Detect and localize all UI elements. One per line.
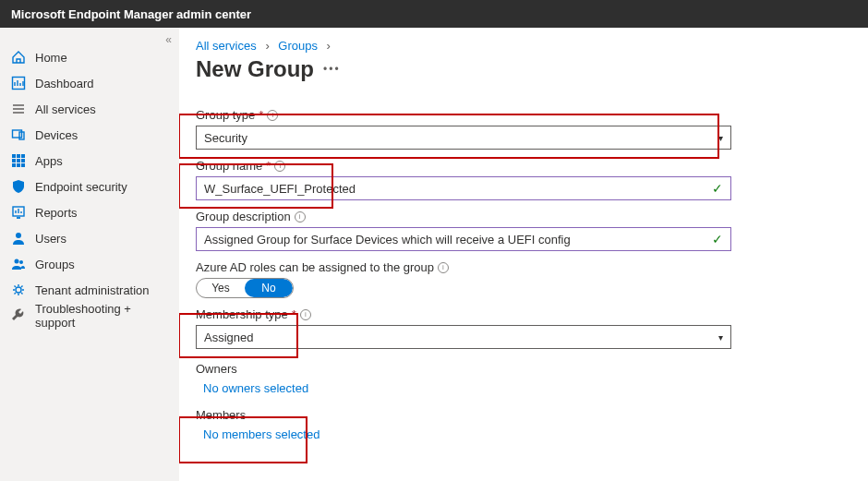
membership-type-select[interactable]: Assigned ▾ [196,325,731,349]
group-name-input[interactable]: W_Surface_UEFI_Protected ✓ [196,176,731,200]
nav-label: Users [35,232,66,246]
nav-label: Reports [35,206,78,220]
svg-rect-11 [21,163,25,167]
info-icon[interactable]: i [438,262,449,273]
members-heading: Members [196,408,731,422]
breadcrumb-groups[interactable]: Groups [278,39,318,53]
toggle-yes[interactable]: Yes [197,279,245,297]
svg-rect-5 [21,154,25,158]
group-desc-label: Group description i [196,210,731,223]
chevron-down-icon: ▾ [718,133,723,143]
chevron-right-icon: › [265,39,269,53]
nav-label: Devices [35,128,78,142]
more-actions-icon[interactable]: ••• [323,63,341,76]
membership-value: Assigned [204,331,253,344]
svg-point-13 [16,233,21,238]
nav-users[interactable]: Users [0,225,179,251]
svg-point-14 [15,259,19,264]
new-group-form: Group type * i Security ▾ Group name * i… [196,108,731,441]
owners-heading: Owners [196,362,731,376]
dashboard-icon [11,76,26,90]
info-icon[interactable]: i [295,211,306,222]
nav-groups[interactable]: Groups [0,251,179,277]
nav-label: Home [35,51,67,65]
nav-label: Tenant administration [35,283,150,297]
info-icon[interactable]: i [300,309,311,320]
check-icon: ✓ [712,181,723,196]
collapse-sidebar-icon[interactable]: « [165,33,172,46]
svg-rect-4 [17,154,20,158]
svg-rect-1 [13,130,22,138]
svg-rect-10 [17,163,20,167]
breadcrumb-all-services[interactable]: All services [196,39,257,53]
group-name-label: Group name * i [196,159,731,173]
group-desc-input[interactable]: Assigned Group for Surface Devices which… [196,227,731,251]
nav-tenant-admin[interactable]: Tenant administration [0,277,179,303]
svg-rect-8 [21,159,25,162]
page-title: New Group [196,56,314,82]
app-title: Microsoft Endpoint Manager admin center [11,7,251,21]
title-bar: Microsoft Endpoint Manager admin center [0,0,868,28]
nav-label: Apps [35,154,63,168]
svg-point-15 [19,260,23,264]
required-icon: * [292,307,296,321]
breadcrumb: All services › Groups › [196,39,851,53]
nav-reports[interactable]: Reports [0,199,179,225]
owners-link[interactable]: No owners selected [196,381,731,395]
sidebar: « Home Dashboard All services Devices Ap… [0,28,179,481]
chevron-right-icon: › [327,39,331,53]
apps-icon [11,153,26,168]
shield-icon [11,179,26,194]
main-content: All services › Groups › New Group ••• Gr… [179,28,868,481]
membership-type-label: Membership type * i [196,307,731,321]
nav-label: Dashboard [35,77,94,90]
list-icon [11,102,26,116]
svg-rect-7 [17,159,20,162]
nav-troubleshooting[interactable]: Troubleshooting + support [0,303,179,329]
required-icon: * [266,159,271,173]
svg-point-16 [16,287,21,293]
wrench-icon [11,308,26,323]
group-name-value: W_Surface_UEFI_Protected [204,182,356,196]
toggle-no[interactable]: No [245,279,293,297]
required-icon: * [259,108,263,122]
nav-devices[interactable]: Devices [0,122,179,148]
nav-apps[interactable]: Apps [0,148,179,174]
nav-label: All services [35,102,96,116]
tenant-icon [11,283,26,297]
group-desc-value: Assigned Group for Surface Devices which… [204,233,571,247]
nav-dashboard[interactable]: Dashboard [0,70,179,96]
nav-endpoint-security[interactable]: Endpoint security [0,174,179,199]
chevron-down-icon: ▾ [718,332,723,343]
group-type-value: Security [204,131,247,145]
nav-label: Groups [35,258,75,271]
info-icon[interactable]: i [274,161,285,172]
home-icon [11,50,26,65]
svg-rect-6 [12,159,16,162]
nav-home[interactable]: Home [0,44,179,70]
members-link[interactable]: No members selected [196,427,731,441]
azure-roles-label: Azure AD roles can be assigned to the gr… [196,260,731,274]
nav-label: Endpoint security [35,180,127,194]
user-icon [11,231,26,246]
devices-icon [11,127,26,142]
groups-icon [11,257,26,271]
nav-all-services[interactable]: All services [0,96,179,122]
nav-label: Troubleshooting + support [35,302,168,330]
svg-rect-3 [12,154,16,158]
reports-icon [11,205,26,220]
info-icon[interactable]: i [267,110,278,121]
group-type-select[interactable]: Security ▾ [196,126,731,150]
svg-rect-9 [12,163,16,167]
group-type-label: Group type * i [196,108,731,122]
check-icon: ✓ [712,232,723,247]
azure-roles-toggle[interactable]: Yes No [196,278,294,298]
